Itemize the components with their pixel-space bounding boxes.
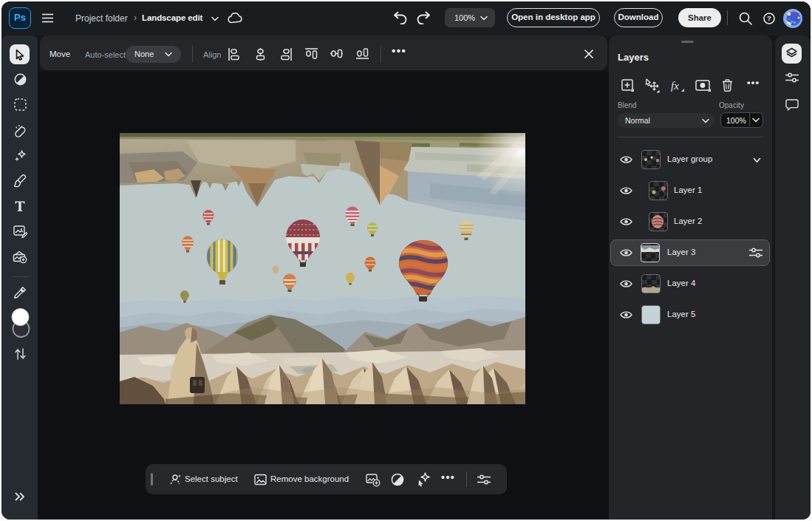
svg-text:fx: fx xyxy=(671,80,679,92)
svg-text:?: ? xyxy=(767,14,771,22)
